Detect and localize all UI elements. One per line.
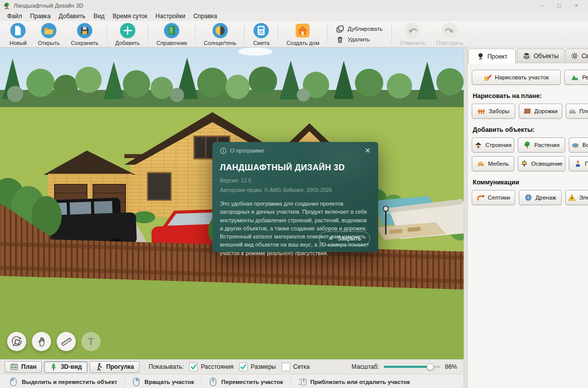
panel-drainage-button[interactable]: Дренаж [519,190,562,205]
panel-paths-button[interactable]: Дорожки [519,104,562,119]
toolbar-redo-button[interactable]: Повторить [431,21,469,47]
text-label-tool-button[interactable]: T [81,332,101,351]
app-logo-icon [3,2,11,10]
section-communications: СептикиДренажЭлектрика [472,190,588,205]
dialog-header-label: О программе [230,148,264,154]
panel-divider [464,47,468,388]
menu-edit[interactable]: Правка [26,13,55,20]
dialog-version: Версия: 12.0 [220,177,371,183]
checkbox-grid[interactable]: Сетка [282,363,310,371]
menu-settings[interactable]: Настройки [152,13,190,20]
undo-icon [404,22,421,39]
panel-fences-button[interactable]: Заборы [472,104,515,119]
toolbar-separator [148,24,148,44]
view-mode-plan-button[interactable]: План [5,361,42,373]
section-header-add-objects: Добавить объекты: [473,126,588,133]
toolbar-add-button[interactable]: Добавить [110,21,146,47]
view-mode-walk-button[interactable]: Прогулка [89,361,140,373]
toolbar-save-button[interactable]: Сохранить [65,21,104,47]
ruler-tool-button[interactable] [57,332,76,351]
menu-file[interactable]: Файл [3,13,26,20]
window-maximize-button[interactable]: □ [551,1,568,11]
toolbar-sun-shadow-button[interactable]: Солнце/тень [198,21,242,47]
panel-ponds-button[interactable]: Водоемы [569,137,588,153]
menu-help[interactable]: Справка [189,13,221,20]
window-minimize-button[interactable]: – [533,1,551,11]
panel-content: Нарисовать участокРельефНарисовать на пл… [468,63,588,388]
dialog-close-icon[interactable]: ✕ [365,147,371,154]
delete-trash-icon [336,36,344,43]
lighting-icon [520,160,528,168]
ruler-icon [61,336,72,347]
toolbar-reference-button[interactable]: Справочник [151,21,193,47]
reference-book-icon [163,22,180,39]
checkbox-distances[interactable]: Расстояния [189,363,234,371]
scale-value: 86% [445,363,457,370]
tab-properties[interactable]: Свойства [566,48,588,63]
save-disk-icon [76,22,93,39]
view-mode-view-3d-button[interactable]: 3D-вид [44,361,87,373]
window-close-button[interactable]: × [568,1,585,11]
checkbox-distances-box[interactable] [189,363,198,371]
scale-label: Масштаб: [351,363,379,370]
panel-platforms-button[interactable]: Площадки [566,104,588,119]
panel-septic-button[interactable]: Септики [472,190,515,205]
toolbar-estimate-button[interactable]: Смета [247,21,275,47]
duplicate-icon [336,25,344,33]
bottom-toolbar: План3D-видПрогулка Показывать: Расстояни… [0,359,464,374]
slider-knob[interactable] [427,363,434,370]
panel-plants-button[interactable]: Растения [518,137,565,153]
septic-icon [477,193,485,202]
toolbar-group-file-group: НовыйОткрытьСохранить [4,21,104,47]
tab-project[interactable]: Проект [468,48,516,64]
dialog-close-button[interactable]: ✕ Закрыть [319,231,370,246]
tab-gear-icon [571,52,578,60]
toolbar-group-edit-object-group: ДублироватьУдалить [330,21,388,47]
panel-relief-button[interactable]: Рельеф [564,70,588,85]
panel-lighting-button[interactable]: Освещение [518,156,565,171]
mouse-scroll-icon [298,377,306,386]
checkbox-dimensions[interactable]: Размеры [239,363,276,371]
about-dialog: О программе ✕ ЛАНДШАФТНЫЙ ДИЗАЙН 3D Верс… [212,142,378,252]
toolbar-new-button[interactable]: Новый [4,21,32,47]
toolbar-separator [391,24,392,44]
toolbar-create-house-button[interactable]: Создать дом [281,21,325,47]
pan-hand-tool-button[interactable] [32,332,51,351]
drainage-icon [524,193,532,202]
toolbar-undo-button[interactable]: Отменить [394,21,431,47]
toolbar-separator [278,24,278,44]
panel-tabs: ПроектОбъектыСвойства [468,47,588,63]
toolbar-open-button[interactable]: Открыть [32,21,65,47]
section-add-objects: СтроенияРастенияВодоемыМебельОсвещениеПр… [472,137,588,171]
tab-objects[interactable]: Объекты [517,48,564,63]
hint-zoom-plot: Приблизить или отдалить участок [290,377,417,386]
toolbar-delete-button[interactable]: Удалить [336,36,382,43]
panel-misc-button[interactable]: Прочее [569,156,588,171]
panel-electric-button[interactable]: Электрика [565,190,588,205]
tree-3d-icon [50,363,58,371]
orbit-3d-tool-button[interactable] [7,332,26,351]
toolbar-duplicate-button[interactable]: Дублировать [336,25,382,33]
mouse-middle-icon [209,377,217,386]
mouse-left-icon [9,377,18,386]
platform-icon [568,107,576,115]
panel-furniture-button[interactable]: Мебель [472,156,514,171]
info-icon [220,148,227,154]
scale-slider[interactable] [384,366,440,368]
panel-buildings-button[interactable]: Строения [472,137,514,153]
hint-move-plot: Переместить участок [201,377,290,386]
relief-icon [571,73,579,81]
building-icon [474,141,482,149]
menu-time-of-day[interactable]: Время суток [109,13,152,20]
menu-view[interactable]: Вид [89,13,109,20]
viewport-3d[interactable]: О программе ✕ ЛАНДШАФТНЫЙ ДИЗАЙН 3D Верс… [0,47,464,359]
checkbox-grid-box[interactable] [282,363,290,371]
toolbar-group-sun-group: Солнце/тень [198,21,242,47]
panel-draw-plot-button[interactable]: Нарисовать участок [472,70,561,85]
misc-icon [574,160,582,168]
menu-add[interactable]: Добавить [55,13,89,20]
dialog-description: Это удобная программа для создания проек… [220,200,371,257]
orbit-3d-icon [12,336,22,347]
app-window: Ландшафтный Дизайн 3D –□× ФайлПравкаДоба… [0,0,588,388]
checkbox-dimensions-box[interactable] [239,363,248,371]
